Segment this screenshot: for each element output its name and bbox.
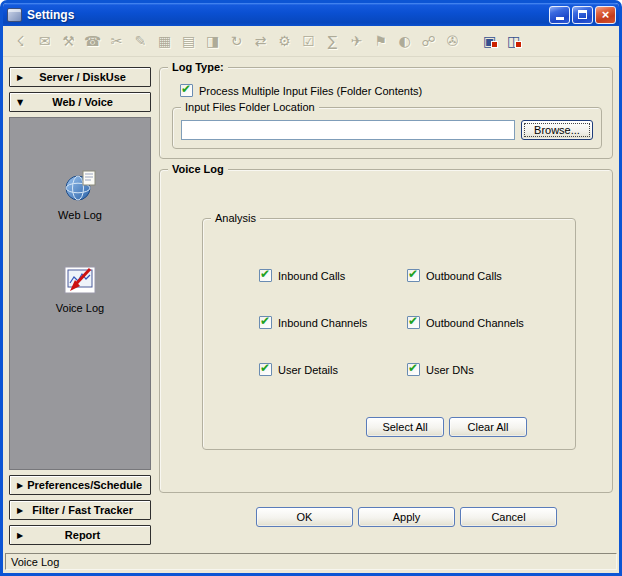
dual-monitor-icon[interactable]: ◫: [505, 33, 522, 49]
input-folder-group: Input Files Folder Location Browse...: [172, 107, 602, 149]
checkbox-box[interactable]: ✔: [407, 269, 420, 282]
chevron-right-icon: ▶: [17, 73, 23, 82]
toolbar-icon-4[interactable]: ☎: [84, 33, 101, 49]
analysis-button-row: Select All Clear All: [366, 417, 527, 437]
toolbar-icon-2[interactable]: ✉: [36, 33, 53, 49]
voice-log-group: Voice Log Analysis ✔ Inbound Calls ✔ Out…: [159, 169, 613, 493]
group-title-log-type: Log Type:: [168, 60, 228, 74]
checkbox-box[interactable]: ✔: [180, 84, 193, 97]
maximize-button[interactable]: [572, 6, 593, 24]
sidebar-section-server-diskuse[interactable]: ▶ Server / DiskUse: [9, 67, 151, 87]
sidebar-section-label: Report: [27, 529, 150, 541]
sidebar-section-label: Preferences/Schedule: [27, 479, 154, 491]
sidebar-section-filter-fast-tracker[interactable]: ▶ Filter / Fast Tracker: [9, 500, 151, 520]
ok-button[interactable]: OK: [256, 507, 353, 527]
status-field: Voice Log: [5, 553, 617, 570]
checkbox-inbound-channels[interactable]: ✔ Inbound Channels: [259, 316, 407, 329]
window-body: ▶ Server / DiskUse ▼ Web / Voice: [3, 57, 619, 551]
checkbox-label: Inbound Calls: [278, 270, 345, 282]
main-panel: Log Type: ✔ Process Multiple Input Files…: [159, 57, 613, 545]
action-buttons: OK Apply Cancel: [159, 507, 613, 527]
statusbar: Voice Log: [3, 551, 619, 573]
checkbox-box[interactable]: ✔: [259, 316, 272, 329]
checkbox-user-details[interactable]: ✔ User Details: [259, 363, 407, 376]
toolbar-icon-9[interactable]: ◨: [204, 33, 221, 49]
sidebar-section-web-voice[interactable]: ▼ Web / Voice: [9, 92, 151, 112]
group-title-voice-log: Voice Log: [168, 162, 228, 176]
sidebar-item-voice-log[interactable]: Voice Log: [56, 265, 104, 314]
toolbar-icon-10[interactable]: ↻: [228, 33, 245, 49]
close-button[interactable]: ×: [595, 6, 616, 24]
checkbox-box[interactable]: ✔: [407, 363, 420, 376]
checkbox-label: Outbound Channels: [426, 317, 524, 329]
sidebar: ▶ Server / DiskUse ▼ Web / Voice: [9, 67, 151, 545]
chevron-right-icon: ▶: [17, 481, 23, 490]
minimize-icon: [556, 17, 564, 20]
settings-window: Settings × ☇✉⚒☎✂✎▦▤◨↻⇄⚙☑∑✈⚑◐☍✇▣◫ ▶ Serve…: [0, 0, 622, 576]
sidebar-section-preferences-schedule[interactable]: ▶ Preferences/Schedule: [9, 475, 151, 495]
checkbox-label: Outbound Calls: [426, 270, 502, 282]
checkbox-label: Process Multiple Input Files (Folder Con…: [199, 85, 422, 97]
window-title: Settings: [27, 8, 547, 22]
folder-location-input[interactable]: [181, 120, 515, 140]
analysis-checkbox-grid: ✔ Inbound Calls ✔ Outbound Calls ✔ Inbou…: [259, 269, 575, 376]
checkbox-label: User DNs: [426, 364, 474, 376]
toolbar-icon-14[interactable]: ∑: [324, 33, 341, 49]
toolbar: ☇✉⚒☎✂✎▦▤◨↻⇄⚙☑∑✈⚑◐☍✇▣◫: [3, 26, 619, 57]
toolbar-icon-7[interactable]: ▦: [156, 33, 173, 49]
sidebar-section-label: Web / Voice: [27, 96, 150, 108]
monitor-badge-icon[interactable]: ▣: [481, 33, 498, 49]
check-icon: ✔: [260, 267, 270, 281]
check-icon: ✔: [181, 82, 191, 96]
toolbar-icon-1[interactable]: ☇: [12, 33, 29, 49]
check-icon: ✔: [260, 314, 270, 328]
toolbar-icon-13[interactable]: ☑: [300, 33, 317, 49]
toolbar-icon-17[interactable]: ◐: [396, 33, 413, 49]
sidebar-item-web-log[interactable]: Web Log: [58, 170, 102, 221]
minimize-button[interactable]: [549, 6, 570, 24]
toolbar-icon-8[interactable]: ▤: [180, 33, 197, 49]
toolbar-icon-16[interactable]: ⚑: [372, 33, 389, 49]
toolbar-icon-3[interactable]: ⚒: [60, 33, 77, 49]
close-icon: ×: [602, 8, 610, 21]
checkbox-outbound-calls[interactable]: ✔ Outbound Calls: [407, 269, 524, 282]
checkbox-label: Inbound Channels: [278, 317, 367, 329]
clear-all-button[interactable]: Clear All: [449, 417, 527, 437]
toolbar-icon-11[interactable]: ⇄: [252, 33, 269, 49]
toolbar-icon-5[interactable]: ✂: [108, 33, 125, 49]
app-icon: [7, 8, 22, 22]
sidebar-panel: Web Log Voice Log: [9, 117, 151, 470]
sidebar-section-label: Filter / Fast Tracker: [27, 504, 150, 516]
sidebar-section-report[interactable]: ▶ Report: [9, 525, 151, 545]
apply-button[interactable]: Apply: [358, 507, 455, 527]
checkbox-inbound-calls[interactable]: ✔ Inbound Calls: [259, 269, 407, 282]
cancel-button[interactable]: Cancel: [460, 507, 557, 527]
status-text: Voice Log: [11, 556, 59, 568]
toolbar-icon-19[interactable]: ✇: [444, 33, 461, 49]
check-icon: ✔: [408, 314, 418, 328]
toolbar-icon-6[interactable]: ✎: [132, 33, 149, 49]
chevron-right-icon: ▶: [17, 531, 23, 540]
toolbar-icon-18[interactable]: ☍: [420, 33, 437, 49]
check-icon: ✔: [260, 361, 270, 375]
voice-log-icon: [64, 265, 96, 299]
checkbox-box[interactable]: ✔: [259, 363, 272, 376]
toolbar-icon-12[interactable]: ⚙: [276, 33, 293, 49]
analysis-group: Analysis ✔ Inbound Calls ✔ Outbound Call…: [202, 218, 576, 450]
chevron-right-icon: ▶: [17, 506, 23, 515]
maximize-icon: [578, 10, 587, 19]
select-all-button[interactable]: Select All: [366, 417, 444, 437]
browse-button[interactable]: Browse...: [521, 120, 593, 140]
checkbox-outbound-channels[interactable]: ✔ Outbound Channels: [407, 316, 524, 329]
checkbox-process-multiple[interactable]: ✔ Process Multiple Input Files (Folder C…: [180, 84, 612, 97]
checkbox-box[interactable]: ✔: [259, 269, 272, 282]
checkbox-box[interactable]: ✔: [407, 316, 420, 329]
check-icon: ✔: [408, 267, 418, 281]
web-log-icon: [64, 170, 96, 206]
titlebar[interactable]: Settings ×: [3, 3, 619, 26]
toolbar-icon-15[interactable]: ✈: [348, 33, 365, 49]
checkbox-user-dns[interactable]: ✔ User DNs: [407, 363, 524, 376]
check-icon: ✔: [408, 361, 418, 375]
log-type-group: Log Type: ✔ Process Multiple Input Files…: [159, 67, 613, 159]
chevron-down-icon: ▼: [17, 98, 23, 107]
